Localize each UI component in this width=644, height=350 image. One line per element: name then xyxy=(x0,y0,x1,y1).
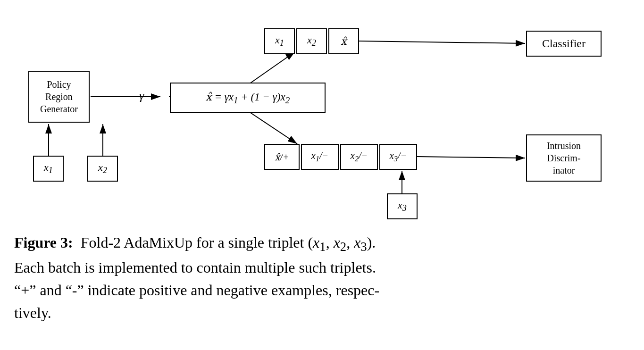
x1-box: x1 xyxy=(33,156,64,182)
intruder-label: Intrusion Discrim- inator xyxy=(547,140,581,176)
caption-line2: Each batch is implemented to contain mul… xyxy=(14,256,627,279)
bot-x1m-box: x1/− xyxy=(301,144,339,170)
top-xhat-label: x̂ xyxy=(341,35,346,48)
formula-box: x̂ = γx1 + (1 − γ)x2 xyxy=(170,83,326,113)
classifier-label: Classifier xyxy=(542,37,585,50)
x2-label: x2 xyxy=(98,161,107,175)
bot-x3m-box: x3/− xyxy=(379,144,417,170)
svg-line-7 xyxy=(359,41,525,43)
top-x2-label: x2 xyxy=(307,34,316,48)
bot-xhat-label: x̂/+ xyxy=(275,151,289,163)
intruder-box: Intrusion Discrim- inator xyxy=(526,134,602,182)
caption-line4: tively. xyxy=(14,301,627,324)
bot-x2m-box: x2/− xyxy=(340,144,378,170)
bot-x1m-label: x1/− xyxy=(311,150,328,164)
x3-box: x3 xyxy=(387,193,418,219)
diagram-area: Policy Region Generator γ x̂ = γx1 + (1 … xyxy=(14,9,627,226)
svg-line-6 xyxy=(248,111,297,144)
caption-line3: “+” and “-” indicate positive and negati… xyxy=(14,279,627,301)
svg-line-5 xyxy=(248,52,295,85)
top-xhat-box: x̂ xyxy=(328,28,359,54)
x2-box: x2 xyxy=(87,156,118,182)
x1-label: x1 xyxy=(44,161,53,175)
bot-x2m-label: x2/− xyxy=(351,150,368,164)
bot-x3m-label: x3/− xyxy=(390,150,407,164)
top-x1-label: x1 xyxy=(275,34,284,48)
policy-generator-label: Policy Region Generator xyxy=(40,78,78,115)
top-x2-box: x2 xyxy=(296,28,327,54)
formula-text: x̂ = γx1 + (1 − γ)x2 xyxy=(206,91,290,106)
top-x1-box: x1 xyxy=(264,28,295,54)
bot-xhat-box: x̂/+ xyxy=(264,144,300,170)
figure-caption: Figure 3: Fold-2 AdaMixUp for a single t… xyxy=(14,231,627,324)
gamma-label: γ xyxy=(139,89,144,103)
caption-line1: Figure 3: Fold-2 AdaMixUp for a single t… xyxy=(14,231,627,256)
x3-label: x3 xyxy=(398,199,407,213)
classifier-box: Classifier xyxy=(526,31,602,57)
policy-generator-box: Policy Region Generator xyxy=(28,71,90,123)
svg-line-8 xyxy=(417,157,525,158)
